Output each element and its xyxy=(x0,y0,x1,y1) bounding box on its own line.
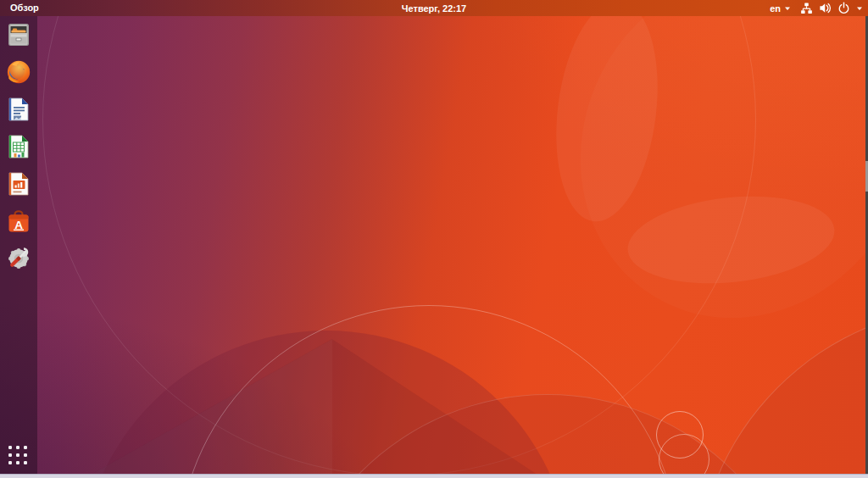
bottom-window-edge xyxy=(0,474,868,478)
dock-item-firefox[interactable] xyxy=(5,58,32,86)
wallpaper-small-ring xyxy=(659,434,709,478)
chevron-down-icon xyxy=(784,6,791,11)
libreoffice-impress-icon xyxy=(5,170,32,197)
libreoffice-writer-icon xyxy=(5,96,32,123)
app-grid-icon xyxy=(8,446,12,449)
clock-button[interactable]: Четверг, 22:17 xyxy=(0,3,868,14)
dock-item-libreoffice-calc[interactable] xyxy=(5,133,32,160)
activities-button[interactable]: Обзор xyxy=(0,0,49,16)
system-tools-icon xyxy=(5,245,32,272)
wallpaper-dark-circle xyxy=(695,305,868,478)
libreoffice-calc-icon xyxy=(5,133,32,160)
desktop: Обзор Четверг, 22:17 en xyxy=(0,0,868,478)
system-tray: en xyxy=(770,0,863,16)
dock-item-libreoffice-writer[interactable] xyxy=(5,96,32,123)
network-wired-icon xyxy=(800,2,813,14)
keyboard-layout-label: en xyxy=(770,3,781,14)
firefox-icon xyxy=(5,58,32,86)
dock-item-system-tools[interactable] xyxy=(5,245,32,272)
dock: A xyxy=(0,16,37,478)
keyboard-layout-button[interactable]: en xyxy=(770,3,791,14)
show-apps-button[interactable] xyxy=(8,446,29,466)
files-icon xyxy=(5,21,32,48)
system-menu-button[interactable] xyxy=(800,2,863,14)
power-icon xyxy=(837,2,850,14)
dock-item-libreoffice-impress[interactable] xyxy=(5,170,32,197)
volume-icon xyxy=(819,2,832,14)
ubuntu-software-icon: A xyxy=(5,208,32,235)
top-bar: Обзор Четверг, 22:17 en xyxy=(0,0,868,16)
chevron-down-icon xyxy=(856,6,863,11)
software-letter: A xyxy=(14,219,23,231)
dock-item-ubuntu-software[interactable]: A xyxy=(5,208,32,235)
dock-item-files[interactable] xyxy=(5,21,32,48)
